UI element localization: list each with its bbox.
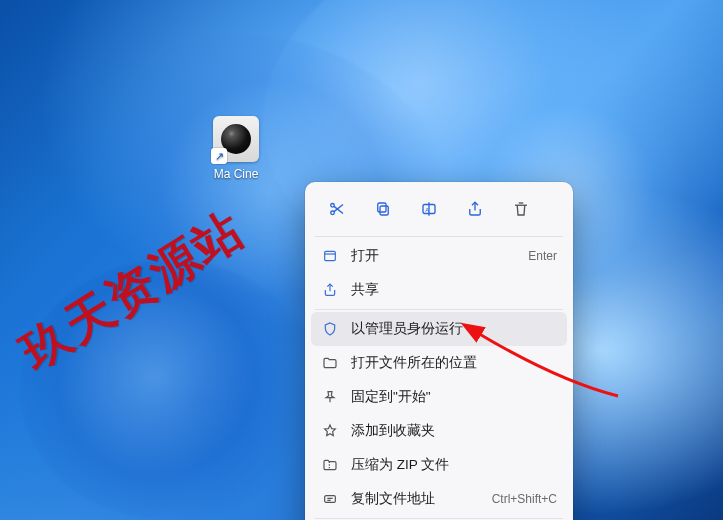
- share-icon: [466, 200, 484, 221]
- svg-rect-6: [325, 251, 336, 260]
- delete-button[interactable]: [503, 194, 539, 226]
- svg-text:A: A: [425, 206, 429, 212]
- menu-item-add-to-favorites[interactable]: 添加到收藏夹: [311, 414, 567, 448]
- menu-item-pin-to-start[interactable]: 固定到"开始": [311, 380, 567, 414]
- share-icon: [321, 281, 339, 299]
- copy-button[interactable]: [365, 194, 401, 226]
- menu-item-label: 打开: [351, 247, 516, 265]
- shield-icon: [321, 320, 339, 338]
- desktop-wallpaper: 玖天资源站 ↗ Ma Cine A: [0, 0, 723, 520]
- menu-item-label: 固定到"开始": [351, 388, 557, 406]
- folder-icon: [321, 354, 339, 372]
- cut-button[interactable]: [319, 194, 355, 226]
- menu-separator: [315, 518, 563, 519]
- menu-item-open[interactable]: 打开 Enter: [311, 239, 567, 273]
- rename-icon: A: [420, 200, 438, 221]
- menu-item-run-as-admin[interactable]: 以管理员身份运行: [311, 312, 567, 346]
- context-menu: A 打开 Enter: [305, 182, 573, 520]
- rename-button[interactable]: A: [411, 194, 447, 226]
- pin-icon: [321, 388, 339, 406]
- star-icon: [321, 422, 339, 440]
- shortcut-overlay-icon: ↗: [211, 148, 227, 164]
- shortcut-icon-tile: ↗: [213, 116, 259, 162]
- copy-icon: [374, 200, 392, 221]
- context-menu-action-row: A: [311, 188, 567, 234]
- menu-item-label: 以管理员身份运行: [351, 320, 557, 338]
- svg-point-0: [331, 203, 335, 207]
- svg-rect-3: [378, 203, 386, 212]
- copy-path-icon: [321, 490, 339, 508]
- shortcut-label: Ma Cine: [214, 167, 259, 182]
- svg-point-1: [331, 210, 335, 214]
- menu-separator: [315, 309, 563, 310]
- menu-item-label: 复制文件地址: [351, 490, 480, 508]
- menu-item-label: 共享: [351, 281, 557, 299]
- svg-rect-7: [325, 496, 336, 503]
- trash-icon: [512, 200, 530, 221]
- desktop-shortcut-cinema4d[interactable]: ↗ Ma Cine: [198, 116, 274, 182]
- menu-item-open-file-location[interactable]: 打开文件所在的位置: [311, 346, 567, 380]
- menu-item-label: 打开文件所在的位置: [351, 354, 557, 372]
- menu-item-shortcut: Ctrl+Shift+C: [492, 492, 557, 506]
- svg-rect-2: [380, 206, 388, 215]
- share-button[interactable]: [457, 194, 493, 226]
- window-icon: [321, 247, 339, 265]
- menu-item-share[interactable]: 共享: [311, 273, 567, 307]
- zip-icon: [321, 456, 339, 474]
- menu-item-copy-as-path[interactable]: 复制文件地址 Ctrl+Shift+C: [311, 482, 567, 516]
- menu-item-label: 压缩为 ZIP 文件: [351, 456, 557, 474]
- menu-separator: [315, 236, 563, 237]
- scissors-icon: [328, 200, 346, 221]
- menu-item-compress-zip[interactable]: 压缩为 ZIP 文件: [311, 448, 567, 482]
- menu-item-label: 添加到收藏夹: [351, 422, 557, 440]
- menu-item-shortcut: Enter: [528, 249, 557, 263]
